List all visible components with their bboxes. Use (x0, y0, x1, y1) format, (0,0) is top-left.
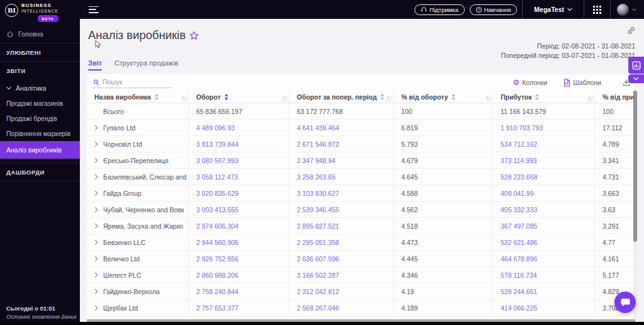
cell-profit[interactable]: 409 041.99 (501, 190, 534, 197)
cell-turnover-prev[interactable]: 2 671 546.872 (297, 140, 339, 148)
cell-turnover[interactable]: 4 489 096.93 (196, 124, 235, 132)
table-row[interactable]: Всього 65 836 656.197 63 172 777.768 100… (87, 103, 634, 120)
sidebar-group-analytics[interactable]: Аналітика (0, 79, 80, 96)
cell-turnover[interactable]: 2 757 653.377 (196, 304, 238, 312)
cell-turnover[interactable]: 3 020 835.629 (196, 190, 238, 197)
support-button[interactable]: Підтримка (414, 4, 465, 15)
share-link-icon[interactable] (627, 26, 635, 35)
column-header-name[interactable]: Назва виробника (87, 91, 189, 103)
tab-sales-structure[interactable]: Структура продажів (114, 59, 178, 71)
search-input[interactable] (103, 78, 171, 86)
manufacturer-cell[interactable]: Чубай, Черненко and Вовк (87, 202, 189, 217)
cell-turnover-prev[interactable]: 2 312 042.812 (297, 288, 339, 295)
sidebar-item-store-sales[interactable]: Продажі магазинів (0, 96, 80, 111)
search-box[interactable] (92, 77, 172, 88)
user-menu[interactable] (611, 4, 644, 16)
cell-turnover[interactable]: 3 058 112.473 (196, 173, 238, 181)
expand-row-icon[interactable] (94, 207, 99, 213)
cell-profit[interactable]: 532 621.486 (501, 239, 537, 246)
table-row[interactable]: Чорновіл Ltd 3 813 739.844 2 671 546.872… (87, 136, 634, 152)
expand-row-icon[interactable] (94, 174, 99, 180)
table-row[interactable]: Щербак Ltd 2 757 653.377 2 568 267.046 4… (87, 300, 634, 316)
sort-icon[interactable] (380, 94, 384, 100)
cell-turnover[interactable]: 3 003 413.555 (196, 206, 238, 214)
manufacturer-cell[interactable]: Всього (87, 103, 189, 119)
cell-turnover-prev[interactable]: 2 636 607.596 (297, 255, 339, 263)
cell-turnover-prev[interactable]: 2 539 346.455 (297, 206, 339, 214)
sidebar-section-favorites[interactable]: УЛЮБЛЕНІ (0, 43, 80, 61)
table-row[interactable]: Чубай, Черненко and Вовк 3 003 413.555 2… (87, 202, 634, 218)
column-header-turnover[interactable]: Оборот (189, 91, 289, 103)
training-button[interactable]: ? Навчання (470, 4, 518, 15)
sidebar-item-brand-sales[interactable]: Продажі брендів (0, 111, 80, 126)
expand-row-icon[interactable] (94, 272, 99, 278)
table-row[interactable]: Базилевський, Слюсар and Романенко 3 058… (87, 169, 634, 185)
expand-row-icon[interactable] (94, 157, 99, 164)
manufacturer-cell[interactable]: Величко Ltd (87, 251, 189, 266)
cell-turnover-prev[interactable]: 2 295 051.358 (297, 239, 339, 246)
vertical-scrollbar-thumb[interactable] (633, 91, 637, 242)
table-row[interactable]: Величко Ltd 2 926 752.556 2 636 607.596 … (87, 251, 634, 267)
cell-profit[interactable]: 1 910 703.793 (501, 124, 543, 132)
cell-turnover[interactable]: 3 813 739.844 (196, 140, 238, 148)
manufacturer-cell[interactable]: Гупало Ltd (87, 120, 189, 135)
chat-button[interactable] (614, 292, 636, 313)
collapse-panel-button[interactable] (628, 74, 644, 83)
cell-turnover-prev[interactable]: 4 641 439.464 (297, 124, 339, 132)
sort-icon[interactable] (535, 94, 539, 100)
column-header-pct-turnover[interactable]: % від обороту (394, 91, 493, 103)
sort-icon[interactable] (452, 94, 455, 100)
cell-profit[interactable]: 539 244.651 (501, 288, 537, 295)
expand-row-icon[interactable] (94, 239, 99, 246)
manufacturer-cell[interactable]: Єресько-Перепелиця (87, 152, 189, 168)
column-header-pct-profit[interactable]: % від прибутку (595, 91, 634, 103)
chart-panel-button[interactable] (628, 57, 644, 74)
sidebar-item-home[interactable]: Головна (0, 25, 80, 43)
manufacturer-cell[interactable]: Шелест PLC (87, 267, 189, 283)
tab-report[interactable]: Звіт (88, 59, 102, 71)
vertical-scrollbar[interactable] (633, 91, 637, 319)
cell-profit[interactable]: 367 497.085 (501, 222, 537, 230)
templates-button[interactable]: Шаблони (564, 79, 601, 87)
expand-row-icon[interactable] (94, 141, 99, 147)
apps-grid-icon[interactable] (593, 6, 601, 14)
table-row[interactable]: Бевзенко LLC 2 944 560.905 2 295 051.358… (87, 234, 634, 251)
cell-turnover[interactable]: 2 860 988.206 (196, 271, 238, 279)
manufacturer-cell[interactable]: Гайденко-Верхола (87, 283, 189, 299)
table-row[interactable]: Гайденко-Верхола 2 758 240.844 2 312 042… (87, 283, 634, 300)
expand-row-icon[interactable] (94, 190, 99, 197)
sort-icon[interactable] (225, 94, 228, 100)
cell-turnover-prev[interactable]: 2 895 827.521 (297, 222, 339, 230)
cell-turnover[interactable]: 2 758 240.844 (196, 288, 238, 295)
column-header-profit[interactable]: Прибуток (493, 91, 595, 103)
cell-turnover-prev[interactable]: 2 568 267.046 (297, 304, 339, 312)
cell-turnover[interactable]: 65 836 656.197 (196, 108, 242, 115)
expand-row-icon[interactable] (94, 256, 99, 262)
cell-turnover-prev[interactable]: 2 347 948.94 (297, 157, 335, 164)
manufacturer-cell[interactable]: Гайда Group (87, 185, 189, 201)
cell-turnover[interactable]: 3 080 567.993 (196, 157, 238, 164)
sidebar-item-manufacturer-analysis[interactable]: Аналіз виробників (0, 141, 80, 159)
cell-turnover-prev[interactable]: 63 172 777.768 (297, 108, 343, 115)
cell-profit[interactable]: 405 332.333 (501, 206, 537, 214)
manufacturer-cell[interactable]: Бевзенко LLC (87, 234, 189, 250)
expand-row-icon[interactable] (94, 288, 99, 295)
cell-turnover[interactable]: 2 944 560.905 (196, 239, 238, 246)
manufacturer-cell[interactable]: Щербак Ltd (87, 300, 189, 316)
cell-profit[interactable]: 464 678.896 (501, 255, 537, 263)
manufacturer-cell[interactable]: Базилевський, Слюсар and Романенко (87, 169, 189, 185)
cell-profit[interactable]: 11 166 143.579 (501, 108, 546, 115)
cell-profit[interactable]: 534 712.162 (501, 140, 537, 148)
table-row[interactable]: Гайда Group 3 020 835.629 3 103 830.627 … (87, 185, 634, 202)
cell-profit[interactable]: 414 066.225 (501, 304, 537, 312)
expand-row-icon[interactable] (94, 125, 99, 131)
cell-turnover-prev[interactable]: 3 166 502.287 (297, 271, 339, 279)
table-row[interactable]: Єресько-Перепелиця 3 080 567.993 2 347 9… (87, 152, 634, 169)
cell-turnover[interactable]: 2 974 606.304 (196, 222, 238, 230)
workspace-dropdown[interactable]: MegaTest (523, 6, 584, 13)
table-row[interactable]: Гупало Ltd 4 489 096.93 4 641 439.464 6.… (87, 120, 634, 136)
expand-row-icon[interactable] (94, 305, 99, 311)
cell-turnover-prev[interactable]: 3 258 263.65 (297, 173, 335, 181)
manufacturer-cell[interactable]: Чорновіл Ltd (87, 136, 189, 152)
column-header-turnover-prev[interactable]: Оборот за попер. період (289, 91, 394, 103)
